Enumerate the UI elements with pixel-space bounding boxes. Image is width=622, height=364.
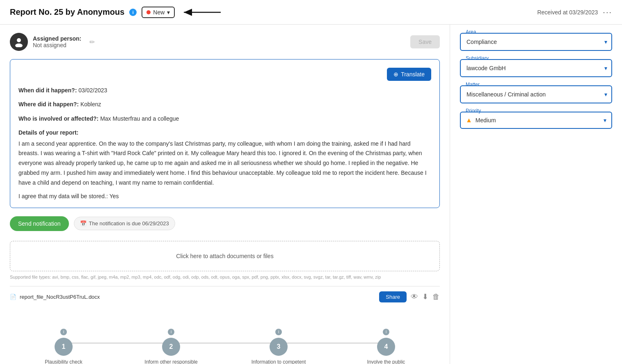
svg-point-3 (15, 43, 23, 47)
who-field: Who is involved or affected?: Max Muster… (18, 114, 431, 123)
save-button[interactable]: Save (410, 35, 440, 48)
arrow-svg (180, 6, 229, 18)
step-3-circle: 3 (270, 338, 288, 356)
step-2: i 2 Inform other responsible departments… (117, 329, 225, 364)
status-label: New (153, 9, 165, 16)
assigned-value: Not assigned (33, 42, 81, 48)
report-card: ⊕ Translate When did it happen?: 03/02/2… (10, 59, 440, 208)
avatar (10, 33, 28, 51)
assigned-text: Assigned person: Not assigned (33, 35, 81, 48)
notification-due: 📅 The notification is due 06/29/2023 (74, 217, 175, 230)
matter-field-group: Matter Miscellaneous / Criminal action ▾ (460, 85, 612, 103)
step-3-info-icon[interactable]: i (275, 329, 282, 335)
details-label: Details of your report: (18, 129, 78, 136)
left-panel: Assigned person: Not assigned ✏ Save ⊕ T… (0, 25, 450, 364)
file-name: report_file_NocR3ustP6TruL.docx (20, 294, 100, 300)
agree-field: I agree that my data will be stored.: Ye… (18, 193, 431, 199)
who-label: Who is involved or affected?: (18, 115, 98, 122)
upload-area[interactable]: Click here to attach documents or files (10, 241, 440, 271)
details-field: Details of your report: I am a second ye… (18, 128, 431, 188)
step-3-header: i 3 (270, 329, 288, 356)
file-left: 📄 report_file_NocR3ustP6TruL.docx (10, 294, 100, 300)
right-panel: Area Compliance ▾ Subsidiary lawcode Gmb… (450, 25, 622, 364)
page-header: Report No. 25 by Anonymous i New ▾ Recei… (0, 0, 622, 25)
main-content: Assigned person: Not assigned ✏ Save ⊕ T… (0, 25, 622, 364)
received-label: Received at 03/29/2023 (537, 9, 598, 16)
share-button[interactable]: Share (379, 291, 407, 302)
header-right: Received at 03/29/2023 ··· (537, 7, 612, 17)
info-icon[interactable]: i (129, 9, 137, 16)
file-right: Share 👁 ⬇ 🗑 (379, 291, 440, 302)
step-4: i 4 Involve the public prosecutor's offi… (332, 329, 440, 364)
step-4-header: i 4 (377, 329, 395, 356)
translate-button[interactable]: ⊕ Translate (387, 68, 431, 81)
delete-icon[interactable]: 🗑 (432, 293, 440, 301)
where-field: Where did it happen?: Koblenz (18, 100, 431, 109)
step-1: i 1 Plausibility check (10, 329, 117, 364)
arrow-annotation (180, 6, 229, 18)
step-2-circle: 2 (162, 338, 180, 356)
priority-value: Medium (476, 117, 496, 124)
subsidiary-select[interactable]: lawcode GmbH (460, 59, 612, 77)
status-dot (146, 10, 151, 14)
send-notification-button[interactable]: Send notification (10, 216, 69, 231)
who-value: Max Musterfrau and a collegue (100, 115, 179, 122)
header-left: Report No. 25 by Anonymous i New ▾ (10, 6, 229, 18)
translate-label: Translate (401, 71, 425, 78)
assigned-left: Assigned person: Not assigned ✏ (10, 33, 95, 51)
priority-chevron-down-icon: ▾ (604, 117, 606, 124)
priority-field-group: Priority ▲ Medium ▾ (460, 112, 612, 129)
agree-label: I agree that my data will be stored.: (18, 193, 108, 199)
step-1-header: i 1 (55, 329, 73, 356)
where-value: Koblenz (80, 101, 101, 108)
edit-icon[interactable]: ✏ (89, 38, 95, 46)
file-icon: 📄 (10, 294, 16, 300)
priority-icon: ▲ (466, 117, 472, 124)
details-value: I am a second year apprentice. On the wa… (18, 139, 431, 188)
svg-point-2 (17, 38, 21, 42)
matter-select-wrapper: Miscellaneous / Criminal action ▾ (460, 85, 612, 103)
assigned-section: Assigned person: Not assigned ✏ Save (10, 33, 440, 51)
notification-due-text: The notification is due 06/29/2023 (89, 220, 169, 227)
matter-select[interactable]: Miscellaneous / Criminal action (460, 85, 612, 103)
more-options-icon[interactable]: ··· (603, 7, 612, 17)
step-4-label: Involve the public prosecutor's office (353, 359, 419, 364)
chevron-down-icon: ▾ (167, 9, 170, 16)
preview-icon[interactable]: 👁 (411, 293, 418, 301)
subsidiary-select-wrapper: lawcode GmbH ▾ (460, 59, 612, 77)
priority-display[interactable]: ▲ Medium ▾ (460, 112, 612, 129)
step-3: i 3 Information to competent public auth… (225, 329, 332, 364)
step-1-info-icon[interactable]: i (60, 329, 67, 335)
step-1-label: Plausibility check (45, 359, 82, 364)
priority-select-wrapper[interactable]: ▲ Medium ▾ (460, 112, 612, 129)
step-2-label: Inform other responsible departments (le… (138, 359, 204, 364)
step-3-label: Information to competent public authorit… (246, 359, 311, 364)
download-icon[interactable]: ⬇ (422, 292, 428, 301)
area-select-wrapper: Compliance ▾ (460, 33, 612, 51)
translate-icon: ⊕ (393, 71, 398, 78)
subsidiary-field-group: Subsidiary lawcode GmbH ▾ (460, 59, 612, 77)
stepper: i 1 Plausibility check i 2 Inform other … (10, 321, 440, 364)
notification-row: Send notification 📅 The notification is … (10, 216, 440, 231)
agree-value: Yes (110, 193, 119, 199)
step-2-info-icon[interactable]: i (168, 329, 174, 335)
translate-row: ⊕ Translate (18, 68, 431, 81)
file-row: 📄 report_file_NocR3ustP6TruL.docx Share … (10, 286, 440, 307)
step-2-header: i 2 (162, 329, 180, 356)
area-select[interactable]: Compliance (460, 33, 612, 51)
assigned-label: Assigned person: (33, 35, 81, 42)
when-field: When did it happen?: 03/02/2023 (18, 86, 431, 95)
when-value: 03/02/2023 (78, 87, 107, 94)
area-field-group: Area Compliance ▾ (460, 33, 612, 51)
step-4-info-icon[interactable]: i (383, 329, 389, 335)
step-1-circle: 1 (55, 338, 73, 356)
when-label: When did it happen?: (18, 87, 77, 94)
supported-types: Supported file types: avi, bmp, css, fla… (10, 275, 440, 279)
status-dropdown[interactable]: New ▾ (142, 7, 175, 18)
where-label: Where did it happen?: (18, 101, 79, 108)
upload-text: Click here to attach documents or files (176, 253, 273, 259)
step-4-circle: 4 (377, 338, 395, 356)
calendar-icon: 📅 (80, 220, 87, 227)
page-title: Report No. 25 by Anonymous (10, 7, 124, 17)
